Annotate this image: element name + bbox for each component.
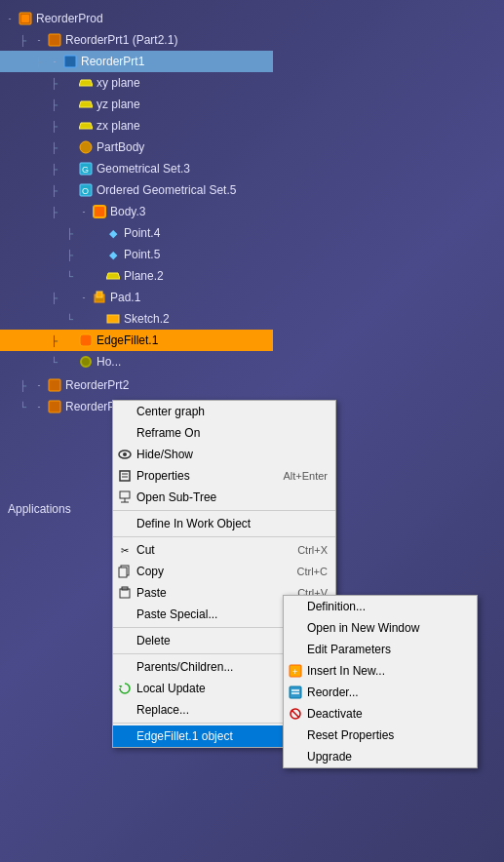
svg-marker-33 <box>119 686 122 688</box>
svg-rect-2 <box>49 34 60 46</box>
tree-item-reorderprt1-part[interactable]: ├ - ReorderPrt1 (Part2.1) <box>0 29 273 51</box>
svg-marker-13 <box>106 273 120 279</box>
svg-text:O: O <box>82 186 89 196</box>
connector: ├ <box>35 57 49 67</box>
applications-text: Applications <box>8 502 71 516</box>
tree-item-plane2[interactable]: └ Plane.2 <box>0 265 273 287</box>
shortcut-label: Ctrl+C <box>278 566 328 577</box>
menu-hide-show[interactable]: Hide/Show <box>113 444 335 465</box>
menu-center-graph[interactable]: Center graph <box>113 401 335 422</box>
menu-label: Hide/Show <box>136 448 193 461</box>
separator <box>113 536 335 537</box>
connector: ├ <box>19 380 33 391</box>
tree-item-edgefillet1[interactable]: ├ EdgeFillet.1 <box>0 330 273 351</box>
tree-label: xy plane <box>97 76 140 90</box>
connector: ├ <box>51 142 78 153</box>
copy-icon <box>117 564 133 579</box>
tree-label: ReorderPrt1 <box>81 55 144 68</box>
sub-menu-definition[interactable]: Definition... <box>284 596 477 617</box>
tree-item-pad1[interactable]: ├ - Pad.1 <box>0 287 273 308</box>
sub-menu-open-new-window[interactable]: Open in New Window <box>284 617 477 639</box>
tree-item-point5[interactable]: ├ ◆ Point.5 <box>0 244 273 265</box>
menu-label: Center graph <box>136 405 205 418</box>
part-icon <box>47 32 62 48</box>
tree-item-hole1[interactable]: └ Ho... <box>0 351 273 372</box>
menu-label: Local Update <box>136 682 206 695</box>
sub-menu-reset-properties[interactable]: Reset Properties <box>284 725 477 746</box>
connector: └ <box>66 314 105 325</box>
svg-rect-12 <box>94 206 105 217</box>
connector: ├ <box>51 164 78 175</box>
tree-item-sketch2[interactable]: └ Sketch.2 <box>0 308 273 330</box>
svg-marker-6 <box>79 123 93 129</box>
menu-reframe-on[interactable]: Reframe On <box>113 422 335 444</box>
menu-define-work[interactable]: Define In Work Object <box>113 513 335 534</box>
tree-label: zx plane <box>97 119 140 133</box>
sub-menu-reorder[interactable]: Reorder... <box>284 682 477 703</box>
tree-item-reorderprod[interactable]: - ReorderProd <box>0 8 273 29</box>
menu-label: Properties <box>136 469 190 483</box>
sub-menu-edit-parameters[interactable]: Edit Parameters <box>284 639 477 660</box>
fillet-icon <box>78 333 94 348</box>
connector: └ <box>19 402 33 412</box>
menu-label: Reset Properties <box>307 728 394 742</box>
svg-rect-30 <box>119 568 127 577</box>
svg-rect-26 <box>120 491 130 498</box>
connector: ├ <box>66 228 105 239</box>
menu-label: Open Sub-Tree <box>136 490 216 504</box>
tree-item-point4[interactable]: ├ ◆ Point.4 <box>0 222 273 244</box>
connector: ├ <box>51 78 78 89</box>
sub-menu-insert-in-new[interactable]: + Insert In New... <box>284 660 477 682</box>
expand-icon: - <box>49 56 60 67</box>
tree-label: ReorderPrt1 (Part2.1) <box>65 33 177 47</box>
svg-rect-23 <box>120 471 130 481</box>
connector: └ <box>66 271 105 282</box>
plane-icon <box>78 75 94 91</box>
svg-rect-16 <box>107 315 119 323</box>
connector: ├ <box>51 207 78 217</box>
ordgeoset-icon: O <box>78 182 94 198</box>
menu-cut[interactable]: ✂ Cut Ctrl+X <box>113 539 335 561</box>
plane-icon <box>105 268 121 284</box>
tree-item-reorderprt1[interactable]: ├ - ReorderPrt1 <box>0 51 273 72</box>
tree-item-ordgeoset5[interactable]: ├ O Ordered Geometrical Set.5 <box>0 179 273 201</box>
deactivate-icon <box>288 706 303 722</box>
connector: └ <box>51 357 78 368</box>
paste-icon <box>117 585 133 601</box>
properties-icon <box>117 468 133 484</box>
hole-icon <box>78 354 94 370</box>
sketch-icon <box>105 311 121 327</box>
plane-icon <box>78 97 94 112</box>
insert-icon: + <box>288 663 303 679</box>
menu-label: Open in New Window <box>307 621 419 635</box>
tree-item-yz-plane[interactable]: ├ yz plane <box>0 94 273 115</box>
expand-icon: - <box>33 34 45 46</box>
svg-point-22 <box>123 452 127 456</box>
menu-properties[interactable]: Properties Alt+Enter <box>113 465 335 487</box>
tree-label: yz plane <box>97 98 140 111</box>
tree-item-zx-plane[interactable]: ├ zx plane <box>0 115 273 137</box>
sub-menu-upgrade[interactable]: Upgrade <box>284 746 477 767</box>
menu-copy[interactable]: Copy Ctrl+C <box>113 561 335 582</box>
svg-text:G: G <box>82 165 89 175</box>
tree-item-reorderprt2[interactable]: ├ - ReorderPrt2 <box>0 374 273 396</box>
sub-menu-deactivate[interactable]: Deactivate <box>284 703 477 725</box>
tree-item-geoset3[interactable]: ├ G Geometrical Set.3 <box>0 158 273 179</box>
menu-label: Replace... <box>136 703 189 717</box>
menu-label: Definition... <box>307 600 366 613</box>
subtree-icon <box>117 490 133 505</box>
tree-item-xy-plane[interactable]: ├ xy plane <box>0 72 273 94</box>
connector: ├ <box>51 185 78 196</box>
tree-label: ReorderPrt2 <box>65 378 129 392</box>
tree-item-partbody[interactable]: ├ PartBody <box>0 137 273 158</box>
part-inner-icon <box>62 54 78 69</box>
tree-item-body3[interactable]: ├ - Body.3 <box>0 201 273 222</box>
svg-line-40 <box>291 710 299 718</box>
tree-label: Ho... <box>97 355 121 369</box>
menu-label: Copy <box>136 565 164 578</box>
menu-open-subtree[interactable]: Open Sub-Tree <box>113 487 335 508</box>
expand-icon: - <box>4 13 16 24</box>
body-icon <box>92 204 107 219</box>
cut-icon: ✂ <box>117 542 133 558</box>
applications-label: Applications <box>8 502 71 516</box>
